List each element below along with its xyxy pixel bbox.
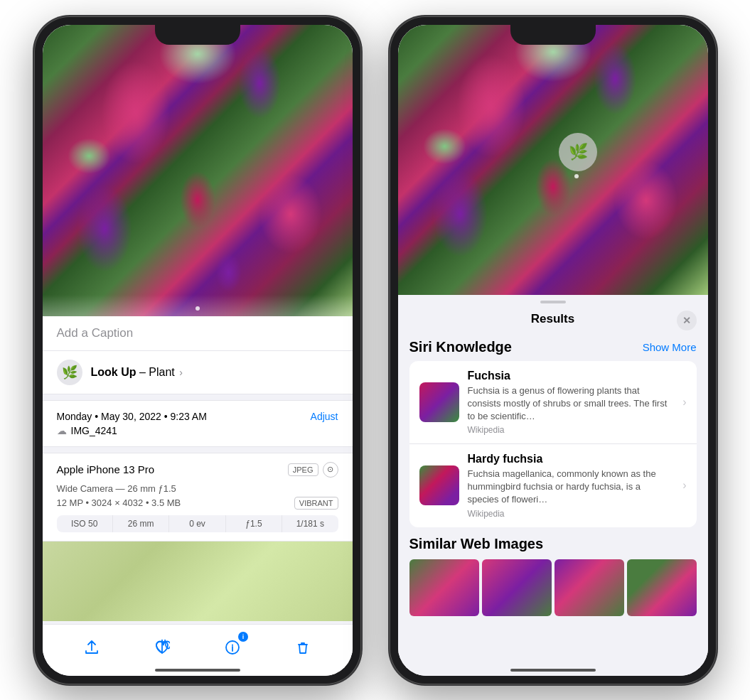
- left-home-bar: [155, 669, 240, 672]
- visual-lookup-leaf-icon: 🌿: [569, 143, 588, 161]
- camera-details: Wide Camera — 26 mm ƒ1.5: [57, 483, 338, 494]
- siri-knowledge-title: Siri Knowledge: [409, 339, 512, 355]
- like-button[interactable]: [148, 633, 176, 662]
- delete-button[interactable]: [289, 633, 317, 662]
- right-home-bar: [510, 669, 596, 672]
- cloud-icon: ☁: [57, 425, 67, 436]
- exif-focal: 26 mm: [113, 515, 169, 532]
- similar-image-2[interactable]: [482, 559, 552, 616]
- format-badge: JPEG: [288, 463, 318, 476]
- visual-lookup-dot: [574, 174, 579, 178]
- similar-image-3[interactable]: [555, 559, 624, 616]
- fuchsia-content: Fuchsia Fuchsia is a genus of flowering …: [468, 370, 675, 436]
- lookup-icon-circle: 🌿: [57, 360, 82, 385]
- siri-knowledge-section: Siri Knowledge Show More Fuchsia Fuchsia…: [398, 332, 708, 527]
- device-section: Apple iPhone 13 Pro JPEG ⊙ Wide Camera —…: [43, 453, 353, 542]
- right-screen-content: 🌿 Results ✕ Siri Knowledge: [398, 25, 708, 676]
- left-screen-content: Add a Caption 🌿 Look Up – Plant ›: [43, 25, 353, 676]
- adjust-button[interactable]: Adjust: [311, 411, 338, 422]
- results-close-button[interactable]: ✕: [677, 311, 697, 330]
- caption-area[interactable]: Add a Caption: [43, 316, 353, 351]
- hardy-fuchsia-chevron: ›: [682, 479, 686, 492]
- right-phone-screen: 🌿 Results ✕ Siri Knowledge: [398, 25, 708, 676]
- map-section[interactable]: [43, 542, 353, 624]
- photo-info-section: Monday • May 30, 2022 • 9:23 AM Adjust ☁…: [43, 400, 353, 447]
- left-phone-screen: Add a Caption 🌿 Look Up – Plant ›: [43, 25, 353, 676]
- results-title: Results: [531, 312, 574, 326]
- vibrant-badge: VIBRANT: [294, 497, 338, 510]
- caption-placeholder: Add a Caption: [57, 326, 134, 340]
- similar-image-1[interactable]: [409, 559, 479, 616]
- results-sheet: Results ✕ Siri Knowledge Show More: [398, 295, 708, 676]
- similar-images-title: Similar Web Images: [409, 536, 697, 552]
- results-header: Results ✕: [398, 303, 708, 332]
- left-notch: [155, 25, 240, 45]
- exif-iso: ISO 50: [57, 515, 113, 532]
- fuchsia-chevron: ›: [682, 396, 686, 409]
- share-button[interactable]: [77, 633, 106, 662]
- left-phone: Add a Caption 🌿 Look Up – Plant ›: [34, 16, 361, 684]
- device-header-row: Apple iPhone 13 Pro JPEG ⊙: [57, 462, 338, 478]
- device-name: Apple iPhone 13 Pro: [57, 463, 155, 475]
- right-phone-frame: 🌿 Results ✕ Siri Knowledge: [390, 16, 717, 684]
- exif-shutter: 1/181 s: [282, 515, 338, 532]
- similar-image-4[interactable]: [627, 559, 697, 616]
- megapixels-text: 12 MP • 3024 × 4032 • 3.5 MB: [57, 497, 181, 508]
- knowledge-card: Fuchsia Fuchsia is a genus of flowering …: [409, 361, 697, 527]
- exif-ev: 0 ev: [169, 515, 225, 532]
- info-button[interactable]: i: [218, 633, 247, 662]
- fuchsia-source: Wikipedia: [468, 425, 675, 435]
- left-phone-frame: Add a Caption 🌿 Look Up – Plant ›: [34, 16, 361, 684]
- leaf-icon: 🌿: [62, 365, 77, 380]
- right-flower-image[interactable]: 🌿: [398, 25, 708, 295]
- knowledge-item-fuchsia[interactable]: Fuchsia Fuchsia is a genus of flowering …: [409, 361, 697, 445]
- exif-aperture: ƒ1.5: [226, 515, 282, 532]
- lookup-label: Look Up – Plant ›: [91, 366, 183, 379]
- fuchsia-thumbnail: [419, 382, 459, 422]
- hardy-fuchsia-source: Wikipedia: [468, 509, 675, 519]
- knowledge-item-hardy-fuchsia[interactable]: Hardy fuchsia Fuchsia magellanica, commo…: [409, 444, 697, 527]
- info-notification-badge: i: [238, 632, 248, 642]
- right-notch: [510, 25, 596, 45]
- exif-row: ISO 50 26 mm 0 ev ƒ1.5 1/181 s: [57, 515, 338, 532]
- info-filename-row: ☁ IMG_4241: [57, 425, 338, 436]
- right-phone: 🌿 Results ✕ Siri Knowledge: [390, 16, 717, 684]
- visual-lookup-button[interactable]: 🌿: [559, 133, 597, 171]
- hardy-fuchsia-thumbnail: [419, 465, 459, 505]
- show-more-button[interactable]: Show More: [643, 341, 697, 353]
- fuchsia-description: Fuchsia is a genus of flowering plants t…: [468, 384, 675, 424]
- similar-images-section: Similar Web Images: [398, 527, 708, 622]
- page-indicator-dot: [195, 306, 200, 311]
- similar-images-grid: [409, 559, 697, 616]
- camera-specs-row: 12 MP • 3024 × 4032 • 3.5 MB VIBRANT: [57, 497, 338, 510]
- lookup-chevron: ›: [179, 367, 183, 378]
- location-badge-icon: ⊙: [323, 462, 338, 478]
- left-flower-image[interactable]: [43, 25, 353, 316]
- device-badges: JPEG ⊙: [288, 462, 338, 478]
- hardy-fuchsia-content: Hardy fuchsia Fuchsia magellanica, commo…: [468, 453, 675, 519]
- photo-date: Monday • May 30, 2022 • 9:23 AM: [57, 411, 207, 422]
- fuchsia-title: Fuchsia: [468, 370, 675, 382]
- siri-header: Siri Knowledge Show More: [409, 332, 697, 361]
- hardy-fuchsia-title: Hardy fuchsia: [468, 453, 675, 465]
- hardy-fuchsia-description: Fuchsia magellanica, commonly known as t…: [468, 468, 675, 507]
- lookup-row[interactable]: 🌿 Look Up – Plant ›: [43, 351, 353, 394]
- filename-text: IMG_4241: [71, 425, 117, 436]
- info-date-row: Monday • May 30, 2022 • 9:23 AM Adjust: [57, 411, 338, 422]
